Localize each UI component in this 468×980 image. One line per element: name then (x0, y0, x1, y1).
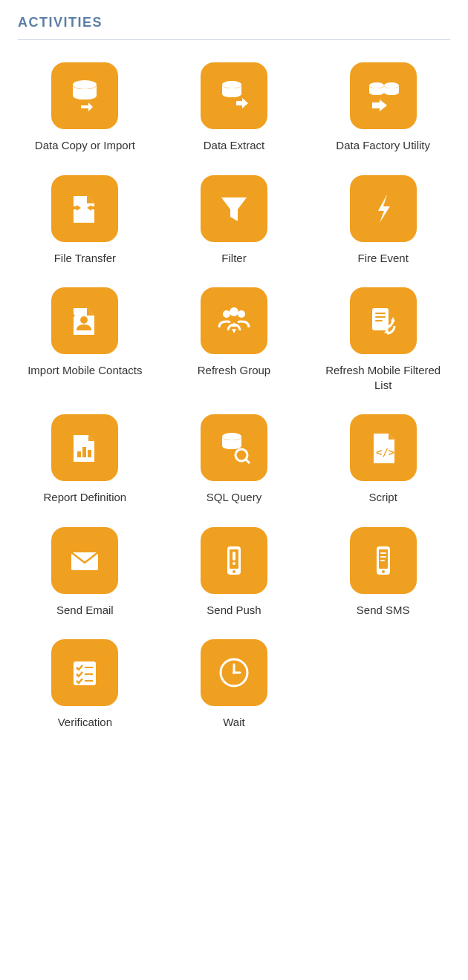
wait-icon-box (201, 639, 267, 706)
report-definition-icon (66, 429, 103, 466)
send-sms-icon (365, 542, 402, 579)
data-copy-import-label: Data Copy or Import (35, 138, 135, 153)
activities-grid: Data Copy or Import Data Extract (18, 62, 450, 730)
svg-point-2 (73, 91, 97, 99)
report-definition-icon-box (51, 414, 118, 481)
send-sms-icon-box (350, 527, 417, 594)
activity-data-factory-utility[interactable]: Data Factory Utility (324, 62, 443, 153)
activity-fire-event[interactable]: Fire Event (324, 175, 443, 266)
svg-text:</>: </> (376, 446, 394, 458)
file-transfer-icon-box (51, 175, 118, 242)
svg-rect-48 (380, 560, 385, 561)
import-mobile-icon (66, 302, 103, 339)
svg-point-42 (233, 562, 235, 565)
svg-point-20 (230, 307, 238, 316)
refresh-mobile-filtered-icon-box (350, 287, 417, 354)
svg-point-56 (233, 671, 235, 674)
data-factory-icon-box (350, 62, 417, 129)
svg-marker-15 (378, 195, 390, 223)
filter-icon (215, 190, 253, 227)
activity-import-mobile-contacts[interactable]: Import Mobile Contacts (25, 287, 144, 392)
data-extract-icon (215, 77, 253, 114)
svg-point-16 (80, 316, 88, 324)
refresh-group-icon-box (201, 287, 267, 354)
send-push-icon-box (201, 527, 267, 594)
svg-point-33 (222, 442, 241, 449)
activity-refresh-group[interactable]: Refresh Group (175, 287, 293, 392)
svg-rect-41 (233, 552, 235, 561)
svg-point-10 (384, 89, 399, 95)
script-icon-box: </> (350, 414, 417, 481)
svg-rect-31 (88, 450, 91, 457)
svg-marker-3 (81, 102, 93, 111)
activity-file-transfer[interactable]: File Transfer (25, 175, 144, 266)
file-transfer-label: File Transfer (54, 251, 116, 266)
svg-rect-26 (375, 320, 383, 321)
activity-refresh-mobile-filtered-list[interactable]: Refresh Mobile Filtered List (324, 287, 443, 392)
sql-query-icon (215, 429, 253, 466)
activity-verification[interactable]: Verification (25, 639, 144, 730)
send-sms-label: Send SMS (357, 603, 410, 618)
send-push-icon (215, 542, 253, 579)
svg-point-40 (233, 570, 235, 573)
verification-label: Verification (58, 715, 112, 730)
send-email-label: Send Email (56, 603, 114, 618)
page-container: ACTIVITIES Data Copy or Import (0, 0, 468, 980)
activity-send-sms[interactable]: Send SMS (324, 527, 443, 618)
refresh-mobile-filtered-icon (365, 302, 402, 339)
send-email-icon-box (51, 527, 118, 594)
svg-line-35 (246, 460, 250, 463)
svg-point-8 (369, 89, 384, 95)
activity-sql-query[interactable]: SQL Query (175, 414, 293, 505)
svg-rect-46 (380, 552, 386, 554)
activity-send-email[interactable]: Send Email (25, 527, 144, 618)
svg-marker-6 (236, 98, 248, 108)
file-transfer-icon (66, 190, 103, 227)
data-extract-icon-box (201, 62, 267, 129)
svg-rect-44 (379, 549, 388, 569)
svg-rect-47 (380, 556, 386, 558)
svg-marker-27 (391, 317, 395, 321)
svg-point-7 (369, 82, 384, 88)
refresh-group-label: Refresh Group (198, 363, 270, 378)
divider (18, 39, 450, 40)
data-factory-label: Data Factory Utility (336, 138, 430, 153)
fire-event-icon-box (350, 175, 417, 242)
svg-point-45 (382, 570, 385, 573)
activity-wait[interactable]: Wait (175, 639, 293, 730)
script-label: Script (368, 490, 397, 505)
svg-point-9 (384, 82, 399, 88)
refresh-mobile-filtered-label: Refresh Mobile Filtered List (324, 363, 443, 392)
data-extract-label: Data Extract (204, 138, 265, 153)
svg-rect-29 (77, 451, 81, 457)
svg-point-19 (238, 310, 245, 318)
script-icon: </> (365, 429, 402, 466)
activity-filter[interactable]: Filter (175, 175, 293, 266)
wait-label: Wait (223, 715, 244, 730)
svg-marker-14 (221, 197, 247, 221)
activity-send-push[interactable]: Send Push (175, 527, 293, 618)
verification-icon (66, 654, 103, 691)
fire-event-label: Fire Event (357, 251, 408, 266)
import-mobile-label: Import Mobile Contacts (27, 363, 142, 378)
send-push-label: Send Push (207, 603, 261, 618)
svg-point-34 (235, 449, 247, 461)
svg-rect-25 (375, 316, 386, 318)
svg-point-4 (222, 81, 241, 88)
page-title: ACTIVITIES (18, 15, 450, 30)
sql-query-label: SQL Query (207, 490, 261, 505)
activity-data-extract[interactable]: Data Extract (175, 62, 293, 153)
activity-report-definition[interactable]: Report Definition (25, 414, 144, 505)
data-factory-icon (365, 77, 402, 114)
activity-script[interactable]: </> Script (324, 414, 443, 505)
svg-point-18 (223, 310, 230, 318)
send-email-icon (66, 542, 103, 579)
svg-point-5 (222, 90, 241, 97)
data-copy-icon (66, 77, 103, 114)
fire-event-icon (365, 190, 402, 227)
sql-query-icon-box (201, 414, 267, 481)
refresh-group-icon (215, 302, 253, 339)
verification-icon-box (51, 639, 118, 706)
activity-data-copy-import[interactable]: Data Copy or Import (25, 62, 144, 153)
svg-point-32 (222, 433, 241, 440)
